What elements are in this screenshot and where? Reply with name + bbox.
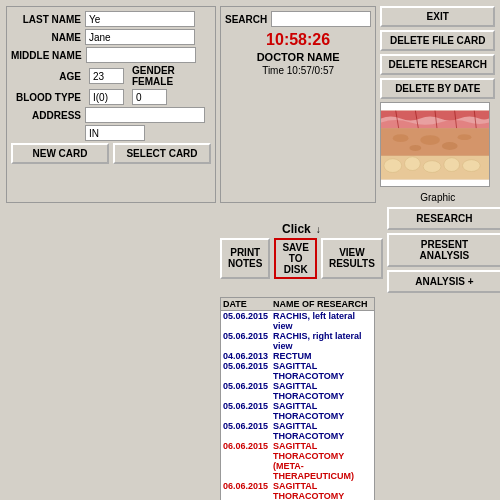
th-research: NAME OF RESEARCH [273, 299, 368, 309]
td-date: 05.06.2015 [223, 401, 273, 421]
table-row[interactable]: 06.06.2015SAGITTAL THORACOTOMY (META-THE… [221, 441, 374, 481]
in-row [11, 125, 211, 141]
table-row[interactable]: 05.06.2015SAGITTAL THORACOTOMY [221, 361, 374, 381]
toolbar-section: Click ↓ PRINT NOTES SAVE TO DISK VIEW RE… [6, 207, 494, 293]
age-gender-row: AGE GENDER FEMALE [11, 65, 211, 87]
time-small: Time 10:57/0:57 [225, 65, 371, 76]
data-section: DATE NAME OF RESEARCH 05.06.2015RACHIS, … [6, 297, 494, 500]
table-row[interactable]: 06.06.2015SAGITTAL THORACOTOMY (META-THE… [221, 481, 374, 500]
table-body[interactable]: 05.06.2015RACHIS, left lateral view05.06… [221, 311, 374, 500]
svg-point-8 [393, 134, 409, 142]
svg-point-18 [463, 159, 481, 171]
toolbar-main: Click ↓ PRINT NOTES SAVE TO DISK VIEW RE… [220, 222, 383, 279]
td-research: RECTUM [273, 351, 312, 361]
svg-point-9 [421, 135, 441, 145]
table-row[interactable]: 04.06.2013RECTUM [221, 351, 374, 361]
td-research: SAGITTAL THORACOTOMY (META-THERAPEUTICUM… [273, 481, 372, 500]
click-arrow: ↓ [316, 224, 321, 235]
middle-name-label: MIDDLE NAME [11, 50, 82, 61]
select-card-button[interactable]: SELECT CARD [113, 143, 211, 164]
svg-point-16 [423, 160, 441, 172]
last-name-input[interactable] [85, 11, 195, 27]
middle-info-panel: SEARCH 10:58:26 DOCTOR NAME Time 10:57/0… [220, 6, 376, 203]
save-to-disk-button[interactable]: SAVE TO DISK [274, 238, 317, 279]
doctor-name-label: DOCTOR NAME [225, 51, 371, 63]
address-input[interactable] [85, 107, 205, 123]
toolbar-buttons: PRINT NOTES SAVE TO DISK VIEW RESULTS [220, 238, 383, 279]
svg-point-12 [442, 142, 458, 150]
data-table-container: DATE NAME OF RESEARCH 05.06.2015RACHIS, … [220, 297, 375, 500]
table-row[interactable]: 05.06.2015RACHIS, left lateral view [221, 311, 374, 331]
gender-label: GENDER FEMALE [132, 65, 211, 87]
search-label: SEARCH [225, 14, 267, 25]
blood-type-label: BLOOD TYPE [11, 92, 81, 103]
card-buttons: NEW CARD SELECT CARD [11, 143, 211, 164]
print-notes-button[interactable]: PRINT NOTES [220, 238, 270, 279]
td-date: 05.06.2015 [223, 421, 273, 441]
td-date: 05.06.2015 [223, 381, 273, 401]
last-name-label: LAST NAME [11, 14, 81, 25]
time-display: 10:58:26 [225, 31, 371, 49]
td-date: 06.06.2015 [223, 481, 273, 500]
patient-info-panel: LAST NAME NAME MIDDLE NAME AGE GENDER FE… [6, 6, 216, 203]
td-research: SAGITTAL THORACOTOMY [273, 361, 372, 381]
delete-by-date-button[interactable]: DELETE BY DATE [380, 78, 495, 99]
delete-research-button[interactable]: DELETE RESEARCH [380, 54, 495, 75]
svg-point-14 [384, 158, 402, 172]
blood-type-row: BLOOD TYPE [11, 89, 211, 105]
right-analysis-buttons: RESEARCH PRESENT ANALYSIS ANALYSIS + [387, 207, 500, 293]
age-input[interactable] [89, 68, 124, 84]
middle-name-input[interactable] [86, 47, 196, 63]
tissue-svg [381, 110, 489, 180]
td-research: SAGITTAL THORACOTOMY [273, 381, 372, 401]
main-container: LAST NAME NAME MIDDLE NAME AGE GENDER FE… [0, 0, 500, 500]
td-research: RACHIS, left lateral view [273, 311, 372, 331]
name-input[interactable] [85, 29, 195, 45]
td-date: 05.06.2015 [223, 331, 273, 351]
table-row[interactable]: 05.06.2015RACHIS, right lateral view [221, 331, 374, 351]
search-row: SEARCH [225, 11, 371, 27]
td-research: SAGITTAL THORACOTOMY [273, 421, 372, 441]
table-row[interactable]: 05.06.2015SAGITTAL THORACOTOMY [221, 421, 374, 441]
click-label-container: Click ↓ [220, 222, 383, 236]
delete-file-card-button[interactable]: DELETE FILE CARD [380, 30, 495, 51]
blood-value2-input[interactable] [132, 89, 167, 105]
right-buttons-panel: EXIT DELETE FILE CARD DELETE RESEARCH DE… [380, 6, 495, 203]
table-row[interactable]: 05.06.2015SAGITTAL THORACOTOMY [221, 401, 374, 421]
td-date: 04.06.2013 [223, 351, 273, 361]
in-input[interactable] [85, 125, 145, 141]
exit-button[interactable]: EXIT [380, 6, 495, 27]
right-spacer [379, 297, 494, 500]
analysis-plus-button[interactable]: ANALYSIS + [387, 270, 500, 293]
blood-type-input[interactable] [89, 89, 124, 105]
age-label: AGE [11, 71, 81, 82]
graphic-label: Graphic [380, 192, 495, 203]
middle-name-row: MIDDLE NAME [11, 47, 211, 63]
td-research: SAGITTAL THORACOTOMY (META-THERAPEUTICUM… [273, 441, 372, 481]
th-date: DATE [223, 299, 273, 309]
click-label: Click [282, 222, 311, 236]
svg-point-11 [410, 145, 422, 151]
name-label: NAME [11, 32, 81, 43]
svg-point-17 [444, 157, 460, 171]
address-label: ADDRESS [11, 110, 81, 121]
td-research: SAGITTAL THORACOTOMY [273, 401, 372, 421]
graphic-area [380, 102, 490, 187]
view-results-button[interactable]: VIEW RESULTS [321, 238, 383, 279]
td-research: RACHIS, right lateral view [273, 331, 372, 351]
td-date: 06.06.2015 [223, 441, 273, 481]
last-name-row: LAST NAME [11, 11, 211, 27]
td-date: 05.06.2015 [223, 361, 273, 381]
table-row[interactable]: 05.06.2015SAGITTAL THORACOTOMY [221, 381, 374, 401]
search-input[interactable] [271, 11, 371, 27]
address-row: ADDRESS [11, 107, 211, 123]
svg-point-10 [458, 134, 472, 140]
present-analysis-button[interactable]: PRESENT ANALYSIS [387, 233, 500, 267]
svg-point-15 [405, 156, 421, 170]
table-header: DATE NAME OF RESEARCH [221, 298, 374, 311]
research-button[interactable]: RESEARCH [387, 207, 500, 230]
td-date: 05.06.2015 [223, 311, 273, 331]
name-row: NAME [11, 29, 211, 45]
new-card-button[interactable]: NEW CARD [11, 143, 109, 164]
top-section: LAST NAME NAME MIDDLE NAME AGE GENDER FE… [6, 6, 494, 203]
